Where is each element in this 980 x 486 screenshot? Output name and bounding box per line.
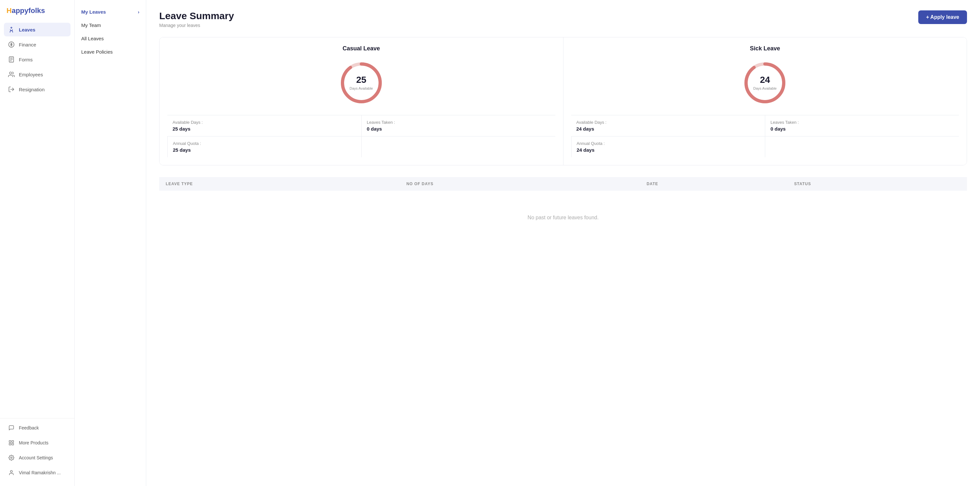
dollar-icon bbox=[8, 41, 15, 48]
sick-leave-title: Sick Leave bbox=[571, 45, 959, 52]
gear-icon bbox=[8, 454, 15, 461]
casual-available-days: Available Days : 25 days bbox=[167, 115, 361, 136]
sick-stats: Available Days : 24 days Leaves Taken : … bbox=[571, 115, 959, 157]
sidebar-item-forms[interactable]: Forms bbox=[4, 52, 70, 66]
svg-point-12 bbox=[11, 457, 12, 459]
user-settings-icon bbox=[8, 469, 15, 476]
leave-table-section: LEAVE TYPE NO OF DAYS DATE STATUS No pas… bbox=[159, 177, 967, 245]
svg-point-0 bbox=[11, 27, 12, 28]
col-date: DATE bbox=[640, 177, 788, 191]
casual-leaves-taken-value: 0 days bbox=[367, 126, 550, 132]
sidebar-item-more-products-label: More Products bbox=[19, 440, 48, 445]
leave-cards: Casual Leave 25 Days Available Available… bbox=[159, 37, 967, 165]
sidebar-item-account-settings[interactable]: Account Settings bbox=[4, 451, 70, 465]
sick-annual-quota-label: Annual Quota : bbox=[577, 141, 760, 146]
sidebar-item-employees[interactable]: Employees bbox=[4, 68, 70, 81]
main-content: Leave Summary Manage your leaves + Apply… bbox=[146, 0, 980, 486]
sidebar-item-forms-label: Forms bbox=[19, 57, 33, 62]
sick-leaves-taken-value: 0 days bbox=[770, 126, 954, 132]
page-header: Leave Summary Manage your leaves + Apply… bbox=[159, 10, 967, 28]
casual-available-days-value: 25 days bbox=[173, 126, 356, 132]
sidebar-item-user[interactable]: Vimal Ramakrishn ... bbox=[4, 466, 70, 480]
svg-rect-11 bbox=[12, 443, 14, 445]
sidebar-item-feedback-label: Feedback bbox=[19, 425, 39, 430]
casual-stats: Available Days : 25 days Leaves Taken : … bbox=[167, 115, 555, 157]
sick-days-number: 24 bbox=[753, 75, 776, 85]
casual-leave-card: Casual Leave 25 Days Available Available… bbox=[159, 37, 563, 165]
feedback-icon bbox=[8, 424, 15, 431]
sub-sidebar-item-all-leaves[interactable]: All Leaves bbox=[75, 32, 146, 45]
sick-annual-quota: Annual Quota : 24 days bbox=[571, 136, 765, 157]
svg-rect-8 bbox=[9, 440, 11, 442]
brand-name: Happyfolks bbox=[6, 6, 45, 15]
svg-rect-9 bbox=[12, 440, 14, 442]
col-leave-type: LEAVE TYPE bbox=[159, 177, 400, 191]
svg-point-6 bbox=[10, 72, 12, 75]
casual-donut: 25 Days Available bbox=[337, 59, 386, 107]
casual-leaves-taken: Leaves Taken : 0 days bbox=[361, 115, 555, 136]
sick-available-days: Available Days : 24 days bbox=[571, 115, 765, 136]
sub-sidebar-item-my-leaves[interactable]: My Leaves › bbox=[75, 5, 146, 19]
casual-days-label: Days Available bbox=[350, 86, 373, 90]
casual-donut-center: 25 Days Available bbox=[350, 75, 373, 91]
page-title: Leave Summary bbox=[159, 10, 234, 21]
sidebar-item-user-label: Vimal Ramakrishn ... bbox=[19, 470, 61, 475]
sick-leave-card: Sick Leave 24 Days Available Available D… bbox=[563, 37, 967, 165]
casual-donut-wrap: 25 Days Available bbox=[167, 59, 555, 107]
casual-leaves-taken-label: Leaves Taken : bbox=[367, 120, 550, 125]
sidebar-item-finance[interactable]: Finance bbox=[4, 38, 70, 51]
sick-days-label: Days Available bbox=[753, 86, 776, 90]
page-subtitle: Manage your leaves bbox=[159, 23, 234, 28]
sub-sidebar-item-leave-policies[interactable]: Leave Policies bbox=[75, 45, 146, 59]
sick-placeholder bbox=[765, 136, 959, 157]
sick-available-days-value: 24 days bbox=[576, 126, 760, 132]
sick-leaves-taken-label: Leaves Taken : bbox=[770, 120, 954, 125]
grid-icon bbox=[8, 439, 15, 446]
col-no-of-days: NO OF DAYS bbox=[400, 177, 640, 191]
table-header-row: LEAVE TYPE NO OF DAYS DATE STATUS bbox=[159, 177, 967, 191]
sidebar-item-finance-label: Finance bbox=[19, 42, 36, 48]
page-title-block: Leave Summary Manage your leaves bbox=[159, 10, 234, 28]
sub-sidebar-all-leaves-label: All Leaves bbox=[81, 36, 103, 41]
casual-annual-quota-value: 25 days bbox=[173, 147, 356, 153]
casual-placeholder bbox=[361, 136, 555, 157]
casual-annual-quota-label: Annual Quota : bbox=[173, 141, 356, 146]
sidebar-item-employees-label: Employees bbox=[19, 72, 43, 77]
form-icon bbox=[8, 56, 15, 63]
sidebar: Happyfolks Leaves Finance bbox=[0, 0, 75, 486]
sick-available-days-label: Available Days : bbox=[576, 120, 760, 125]
exit-icon bbox=[8, 86, 15, 93]
casual-days-number: 25 bbox=[350, 75, 373, 85]
sidebar-item-more-products[interactable]: More Products bbox=[4, 436, 70, 449]
casual-annual-quota: Annual Quota : 25 days bbox=[167, 136, 361, 157]
sick-leaves-taken: Leaves Taken : 0 days bbox=[765, 115, 959, 136]
sidebar-item-resignation[interactable]: Resignation bbox=[4, 83, 70, 96]
sidebar-item-account-settings-label: Account Settings bbox=[19, 455, 53, 461]
sidebar-item-leaves-label: Leaves bbox=[19, 27, 35, 32]
casual-available-days-label: Available Days : bbox=[173, 120, 356, 125]
sub-sidebar-my-leaves-label: My Leaves bbox=[81, 9, 106, 14]
svg-rect-10 bbox=[9, 443, 11, 445]
casual-leave-title: Casual Leave bbox=[167, 45, 555, 52]
svg-point-13 bbox=[10, 470, 12, 472]
sidebar-item-resignation-label: Resignation bbox=[19, 87, 45, 92]
sub-sidebar-leave-policies-label: Leave Policies bbox=[81, 49, 113, 55]
sidebar-item-feedback[interactable]: Feedback bbox=[4, 421, 70, 435]
empty-state-message: No past or future leaves found. bbox=[166, 195, 961, 240]
logo: Happyfolks bbox=[0, 0, 75, 20]
main-nav: Leaves Finance Forms bbox=[0, 20, 75, 418]
run-icon bbox=[8, 26, 15, 33]
table-empty-row: No past or future leaves found. bbox=[159, 191, 967, 245]
sick-annual-quota-value: 24 days bbox=[577, 147, 760, 153]
sick-donut-center: 24 Days Available bbox=[753, 75, 776, 91]
col-status: STATUS bbox=[788, 177, 967, 191]
sub-sidebar: My Leaves › My Team All Leaves Leave Pol… bbox=[75, 0, 146, 486]
sub-sidebar-my-team-label: My Team bbox=[81, 22, 101, 28]
sidebar-item-leaves[interactable]: Leaves bbox=[4, 23, 70, 37]
sub-sidebar-item-my-team[interactable]: My Team bbox=[75, 19, 146, 32]
leave-table: LEAVE TYPE NO OF DAYS DATE STATUS No pas… bbox=[159, 177, 967, 245]
sick-donut: 24 Days Available bbox=[741, 59, 789, 107]
apply-leave-button[interactable]: + Apply leave bbox=[918, 10, 967, 24]
sidebar-bottom: Feedback More Products Account Settings bbox=[0, 418, 75, 486]
chevron-right-icon: › bbox=[138, 10, 139, 14]
